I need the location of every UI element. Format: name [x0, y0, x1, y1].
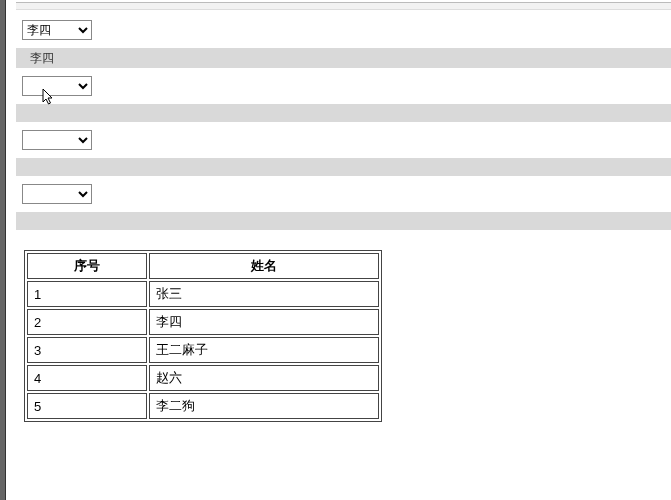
grey-band-4	[16, 212, 671, 230]
cell-index: 1	[27, 281, 147, 307]
cell-index: 5	[27, 393, 147, 419]
select-3-wrap	[22, 130, 671, 150]
cell-name: 王二麻子	[149, 337, 379, 363]
select-3[interactable]	[22, 130, 92, 150]
cell-name: 李四	[149, 309, 379, 335]
select-2[interactable]	[22, 76, 92, 96]
grey-band-3	[16, 158, 671, 176]
table-row: 5 李二狗	[27, 393, 379, 419]
table-header-name: 姓名	[149, 253, 379, 279]
select-1[interactable]: 李四	[22, 20, 92, 40]
table-row: 1 张三	[27, 281, 379, 307]
select-2-wrap	[22, 76, 671, 96]
grey-band-1: 李四	[16, 48, 671, 68]
cell-index: 4	[27, 365, 147, 391]
table-row: 3 王二麻子	[27, 337, 379, 363]
cell-name: 张三	[149, 281, 379, 307]
select-4-wrap	[22, 184, 671, 204]
table-row: 4 赵六	[27, 365, 379, 391]
content-area: 李四 李四 序号 姓名 1 张三	[10, 0, 671, 422]
select-1-wrap: 李四	[22, 20, 671, 40]
table-header-index: 序号	[27, 253, 147, 279]
cell-index: 3	[27, 337, 147, 363]
cell-index: 2	[27, 309, 147, 335]
band-1-label: 李四	[30, 51, 54, 65]
table-row: 2 李四	[27, 309, 379, 335]
data-table: 序号 姓名 1 张三 2 李四 3 王二麻子 4 赵六 5 李二	[24, 250, 382, 422]
grey-band-2	[16, 104, 671, 122]
top-rule	[16, 2, 671, 10]
table-header-row: 序号 姓名	[27, 253, 379, 279]
window-left-edge	[0, 0, 6, 500]
cell-name: 赵六	[149, 365, 379, 391]
select-4[interactable]	[22, 184, 92, 204]
cell-name: 李二狗	[149, 393, 379, 419]
